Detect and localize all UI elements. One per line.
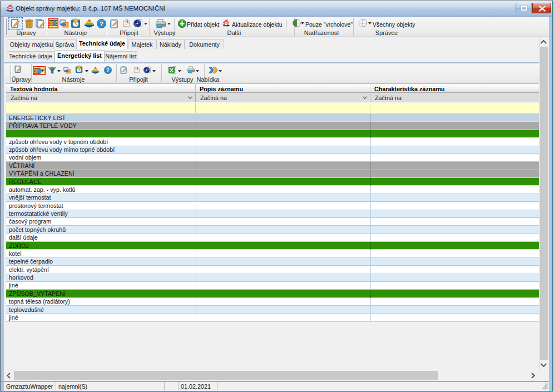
svg-text:?: ? [106, 67, 110, 73]
svg-text:?: ? [100, 21, 103, 27]
